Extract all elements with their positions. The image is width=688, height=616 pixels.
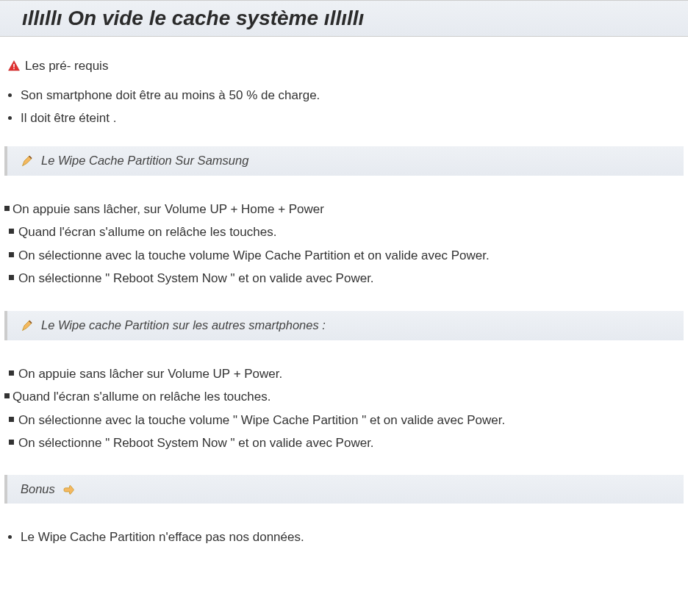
svg-rect-1 bbox=[13, 68, 15, 70]
list-item: On sélectionne " Reboot System Now " et … bbox=[4, 431, 684, 454]
list-item: On appuie sans lâcher, sur Volume UP + H… bbox=[4, 198, 684, 221]
list-item: On sélectionne avec la touche volume " W… bbox=[4, 409, 684, 431]
list-item: On sélectionne avec la touche volume Wip… bbox=[4, 244, 684, 267]
writing-hand-icon bbox=[21, 154, 35, 168]
list-item: Quand l'écran s'allume on relâche les to… bbox=[4, 221, 684, 243]
page-title: ıllıllı On vide le cache système ıllıllı bbox=[0, 0, 688, 37]
section-heading-samsung: Le Wipe Cache Partition Sur Samsung bbox=[4, 146, 684, 176]
other-steps: On appuie sans lâcher sur Volume UP + Po… bbox=[4, 362, 684, 455]
svg-rect-0 bbox=[13, 64, 15, 68]
prereq-label: Les pré- requis bbox=[25, 59, 108, 74]
section-heading-other: Le Wipe cache Partition sur les autres s… bbox=[4, 311, 684, 340]
section-title: Bonus bbox=[21, 482, 55, 496]
warning-icon bbox=[7, 60, 21, 73]
list-item: Quand l'écran s'allume on relâche les to… bbox=[4, 385, 684, 408]
list-item: On appuie sans lâcher sur Volume UP + Po… bbox=[4, 362, 684, 385]
samsung-steps: On appuie sans lâcher, sur Volume UP + H… bbox=[4, 198, 684, 290]
pointing-hand-icon bbox=[61, 483, 76, 496]
section-title: Le Wipe cache Partition sur les autres s… bbox=[41, 318, 326, 332]
prereq-list: Son smartphone doit être au moins à 50 %… bbox=[21, 84, 684, 130]
list-item: On sélectionne " Reboot System Now " et … bbox=[4, 267, 684, 290]
list-item: Son smartphone doit être au moins à 50 %… bbox=[21, 84, 684, 107]
list-item: Le Wipe Cache Partition n'efface pas nos… bbox=[21, 526, 684, 548]
section-heading-bonus: Bonus bbox=[4, 475, 684, 504]
section-title: Le Wipe Cache Partition Sur Samsung bbox=[41, 154, 248, 168]
list-item: Il doit être éteint . bbox=[21, 107, 684, 129]
prereq-heading: Les pré- requis bbox=[7, 59, 684, 74]
writing-hand-icon bbox=[21, 318, 35, 333]
bonus-list: Le Wipe Cache Partition n'efface pas nos… bbox=[21, 526, 684, 548]
